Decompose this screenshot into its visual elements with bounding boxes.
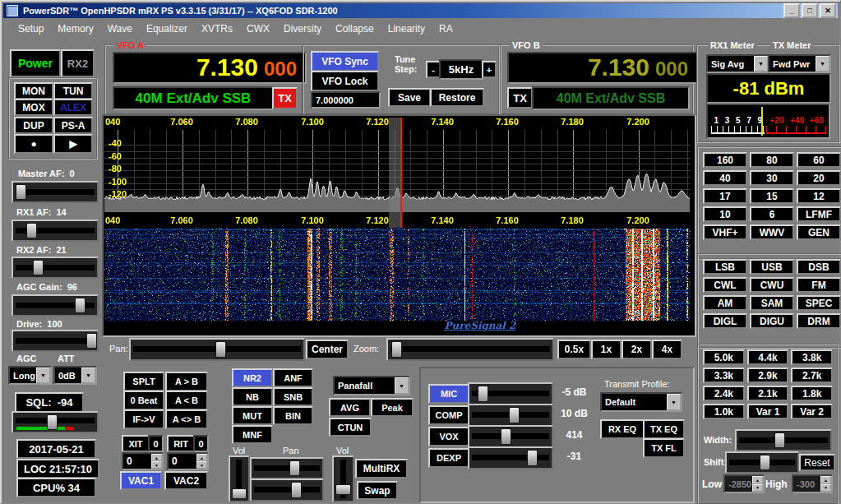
zoom-4x-button[interactable]: 4x (652, 340, 682, 359)
vfob-frequency[interactable]: 7.130 000 (507, 52, 698, 84)
display-mode-select[interactable]: Panafall▼ (333, 376, 410, 395)
band-button[interactable]: 60 (797, 152, 841, 168)
ctun-button[interactable]: CTUN (329, 418, 372, 437)
mode-button[interactable]: CWL (703, 277, 747, 293)
save-button[interactable]: Save (388, 88, 431, 107)
band-button[interactable]: 15 (750, 188, 794, 204)
record-button[interactable]: ● (14, 134, 53, 154)
shift-slider[interactable] (725, 451, 799, 474)
filter-button[interactable]: 1.8k (791, 386, 833, 401)
slider-thumb[interactable] (509, 407, 520, 423)
tun-button[interactable]: TUN (53, 82, 93, 99)
width-slider[interactable] (735, 429, 832, 451)
vox-slider[interactable] (468, 425, 553, 448)
slider-thumb[interactable] (760, 455, 770, 470)
multirx-button[interactable]: MultiRX (355, 459, 408, 479)
dup-button[interactable]: DUP (14, 117, 53, 134)
panadapter-display[interactable]: 040 7.060 7.080 7.100 7.120 7.140 7.160 … (102, 114, 696, 337)
band-button[interactable]: 30 (750, 170, 794, 186)
filter-high-spinner[interactable]: -300▲▼ (792, 474, 833, 493)
slider-thumb[interactable] (527, 450, 538, 466)
menu-memory[interactable]: Memory (58, 23, 93, 35)
slider-thumb[interactable] (291, 482, 302, 498)
band-button[interactable]: 160 (703, 152, 747, 168)
mox-button[interactable]: MOX (14, 99, 53, 116)
band-button[interactable]: 20 (797, 170, 841, 186)
zoom-2x-button[interactable]: 2x (622, 340, 652, 359)
center-button[interactable]: Center (306, 340, 349, 359)
spin-down-icon[interactable]: ▼ (820, 484, 831, 492)
slider-thumb[interactable] (391, 341, 402, 358)
mode-button[interactable]: AM (703, 295, 747, 311)
psa-button[interactable]: PS-A (53, 117, 93, 134)
band-button[interactable]: 6 (750, 206, 794, 222)
spin-down-icon[interactable]: ▼ (752, 484, 763, 492)
menu-cwx[interactable]: CWX (247, 23, 270, 35)
shift-reset-button[interactable]: Reset (799, 454, 835, 471)
sql-slider[interactable] (12, 411, 99, 433)
filter-low-spinner[interactable]: -2850▲▼ (723, 474, 765, 493)
tx-eq-button[interactable]: TX EQ (643, 419, 685, 439)
filter-button[interactable]: 2.9k (747, 368, 789, 383)
zoom-slider[interactable] (386, 338, 554, 361)
peak-button[interactable]: Peak (371, 398, 414, 417)
mode-button[interactable]: DIGU (750, 313, 794, 329)
slider-thumb[interactable] (232, 488, 247, 499)
band-button[interactable]: 10 (703, 206, 747, 222)
vac1-button[interactable]: VAC1 (120, 471, 162, 490)
tune-step-up-button[interactable]: + (482, 61, 497, 78)
chevron-down-icon[interactable]: ▼ (754, 56, 768, 72)
menu-setup[interactable]: Setup (18, 23, 44, 35)
band-button[interactable]: VHF+ (703, 224, 747, 240)
slider-thumb[interactable] (478, 386, 488, 402)
nb-button[interactable]: NB (232, 387, 273, 406)
mode-button[interactable]: USB (750, 259, 794, 275)
band-button[interactable]: GEN (797, 224, 841, 240)
band-button[interactable]: WWV (750, 224, 794, 240)
vol-slider[interactable] (229, 455, 250, 502)
spin-up-icon[interactable]: ▲ (151, 454, 162, 461)
menu-xvtrs[interactable]: XVTRs (201, 23, 233, 35)
mode-button[interactable]: LSB (703, 259, 747, 275)
band-button[interactable]: 17 (703, 188, 747, 204)
pan-slider[interactable] (129, 338, 305, 361)
vox-button[interactable]: VOX (428, 427, 469, 446)
zoom-05x-button[interactable]: 0.5x (557, 340, 591, 359)
slider-thumb[interactable] (16, 184, 26, 200)
vfoa-frequency[interactable]: 7.130 000 (113, 52, 307, 84)
a-to-b-button[interactable]: A > B (165, 372, 208, 391)
vfoa-tx-button[interactable]: TX (272, 87, 298, 109)
filter-button[interactable]: Var 2 (791, 404, 833, 419)
filter-button[interactable]: 2.4k (703, 386, 745, 401)
swap-ab-button[interactable]: A <> B (165, 409, 208, 429)
xit-button[interactable]: XIT (122, 435, 150, 452)
sql-display[interactable]: SQL: -94 (15, 392, 84, 413)
spin-down-icon[interactable]: ▼ (151, 461, 162, 469)
filter-button[interactable]: 4.4k (747, 349, 789, 365)
pan-balance-slider-1[interactable] (250, 457, 324, 479)
alex-button[interactable]: ALEX (53, 99, 93, 116)
mic-slider[interactable] (468, 382, 553, 405)
comp-button[interactable]: COMP (428, 405, 469, 425)
comp-slider[interactable] (468, 404, 553, 427)
rx1-meter-select[interactable]: Sig Avg▼ (706, 54, 769, 73)
band-button[interactable]: 12 (797, 188, 841, 204)
split-button[interactable]: SPLT (123, 372, 164, 391)
mode-button[interactable]: CWU (750, 277, 794, 293)
mode-button[interactable]: DSB (797, 259, 841, 275)
mic-button[interactable]: MIC (428, 384, 469, 404)
filter-button[interactable]: 3.8k (791, 349, 833, 365)
chevron-down-icon[interactable]: ▼ (36, 368, 50, 383)
slider-thumb[interactable] (289, 460, 300, 476)
dexp-button[interactable]: DEXP (428, 448, 469, 468)
mode-button[interactable]: SPEC (797, 295, 841, 311)
vfob-tx-button[interactable]: TX (507, 87, 533, 109)
slider-thumb[interactable] (774, 432, 785, 448)
menu-ra[interactable]: RA (439, 23, 453, 35)
band-button[interactable]: 40 (703, 170, 747, 186)
zoom-1x-button[interactable]: 1x (591, 340, 622, 359)
slider-thumb[interactable] (47, 414, 58, 430)
mut-button[interactable]: MUT (232, 406, 273, 425)
tx-fl-button[interactable]: TX FL (643, 438, 685, 458)
menu-wave[interactable]: Wave (108, 23, 132, 35)
